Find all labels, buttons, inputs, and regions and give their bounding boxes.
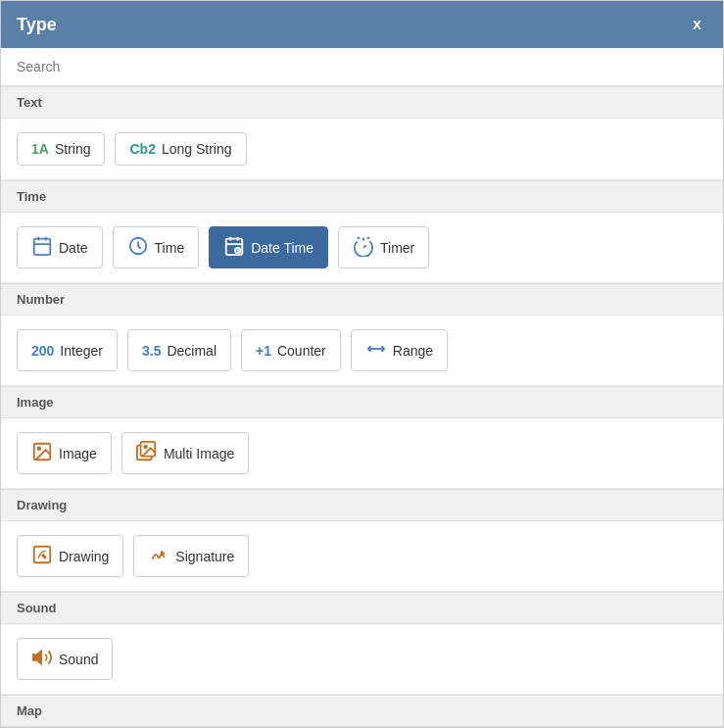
- type-dialog: Type x Text 1A String Cb2 Long String Ti…: [0, 0, 724, 728]
- type-btn-counter[interactable]: +1 Counter: [241, 329, 341, 371]
- drawing-label: Drawing: [59, 549, 109, 564]
- section-header-image: Image: [1, 386, 723, 418]
- long-string-label: Long String: [162, 141, 232, 157]
- search-input[interactable]: [17, 59, 707, 74]
- drawing-icon: [31, 544, 53, 568]
- datetime-label: Date Time: [251, 240, 314, 256]
- close-button[interactable]: x: [687, 14, 707, 35]
- type-btn-image[interactable]: Image: [17, 432, 112, 474]
- multi-image-label: Multi Image: [164, 446, 234, 461]
- timer-label: Timer: [380, 240, 414, 256]
- type-btn-decimal[interactable]: 3.5 Decimal: [127, 329, 231, 371]
- dialog-title: Type: [17, 15, 57, 35]
- type-btn-signature[interactable]: Signature: [133, 535, 249, 577]
- section-items-text: 1A String Cb2 Long String: [1, 119, 723, 180]
- search-row: [1, 48, 723, 86]
- section-header-text: Text: [1, 86, 723, 119]
- image-icon: [31, 441, 53, 465]
- signature-icon: [148, 544, 169, 568]
- integer-label: Integer: [60, 343, 103, 359]
- type-btn-range[interactable]: Range: [351, 329, 448, 371]
- section-header-map: Map: [1, 695, 723, 727]
- decimal-label: Decimal: [167, 343, 217, 359]
- type-btn-sound[interactable]: Sound: [17, 638, 113, 680]
- section-header-number: Number: [1, 283, 723, 315]
- range-icon: [365, 338, 387, 363]
- section-header-time: Time: [1, 180, 723, 213]
- svg-point-17: [37, 447, 40, 450]
- type-btn-timer[interactable]: Timer: [338, 226, 429, 268]
- section-header-drawing: Drawing: [1, 489, 723, 521]
- datetime-icon: [223, 235, 245, 260]
- type-btn-integer[interactable]: 200 Integer: [17, 329, 118, 371]
- type-btn-string[interactable]: 1A String: [17, 132, 105, 166]
- time-label: Time: [155, 240, 185, 256]
- signature-label: Signature: [175, 549, 234, 564]
- dialog-header: Type x: [1, 1, 723, 48]
- section-items-drawing: Drawing Signature: [1, 521, 723, 592]
- svg-marker-22: [33, 652, 41, 664]
- sound-icon: [31, 647, 53, 671]
- dialog-body: Text 1A String Cb2 Long String Time: [1, 48, 723, 727]
- integer-icon: 200: [31, 344, 54, 358]
- calendar-icon: [31, 235, 53, 260]
- section-items-number: 200 Integer 3.5 Decimal +1 Counter: [1, 315, 723, 386]
- clock-icon: [127, 235, 149, 260]
- decimal-icon: 3.5: [142, 344, 161, 358]
- image-label: Image: [59, 446, 97, 461]
- svg-line-10: [363, 245, 366, 248]
- type-btn-datetime[interactable]: Date Time: [209, 226, 328, 268]
- section-header-sound: Sound: [1, 592, 723, 624]
- svg-rect-0: [34, 239, 51, 255]
- section-items-time: Date Time: [1, 213, 723, 283]
- type-btn-drawing[interactable]: Drawing: [17, 535, 123, 577]
- timer-icon: [353, 235, 374, 260]
- date-label: Date: [59, 240, 88, 256]
- section-items-sound: Sound: [1, 624, 723, 695]
- range-label: Range: [393, 343, 433, 359]
- type-btn-multi-image[interactable]: Multi Image: [121, 432, 249, 474]
- string-icon: 1A: [31, 142, 49, 156]
- counter-icon: +1: [256, 344, 271, 358]
- counter-label: Counter: [277, 343, 326, 359]
- string-label: String: [55, 141, 91, 157]
- type-btn-time[interactable]: Time: [113, 226, 200, 268]
- multi-image-icon: [136, 441, 158, 465]
- svg-rect-19: [141, 442, 156, 457]
- sound-label: Sound: [59, 652, 98, 667]
- long-string-icon: Cb2: [129, 142, 155, 156]
- section-items-image: Image Multi Image: [1, 418, 723, 489]
- type-btn-long-string[interactable]: Cb2 Long String: [115, 132, 246, 166]
- type-btn-date[interactable]: Date: [17, 226, 103, 268]
- svg-point-20: [144, 446, 147, 449]
